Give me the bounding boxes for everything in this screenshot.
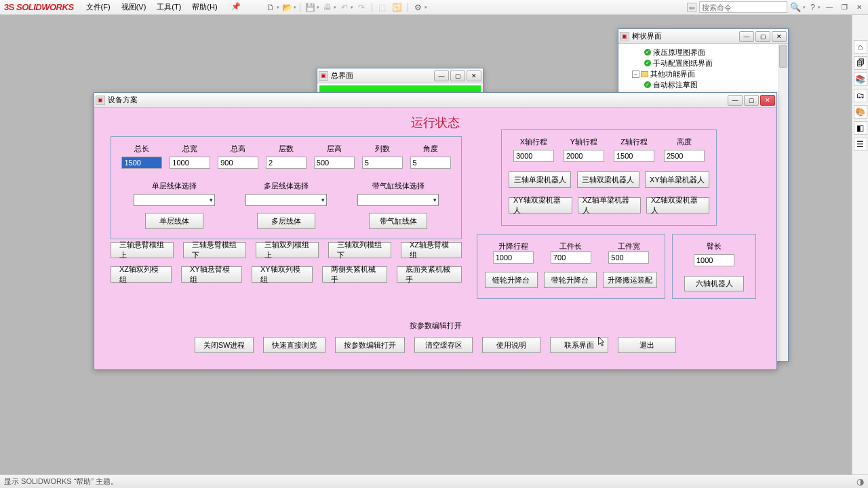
btn-single-line[interactable]: 单层线体	[145, 213, 203, 229]
print-icon[interactable]: 🖶	[321, 1, 334, 14]
btn-exit[interactable]: 退出	[618, 337, 676, 353]
btn-rob-2[interactable]: 三轴双梁机器人	[577, 171, 639, 188]
input-y[interactable]	[564, 150, 604, 162]
select-icon[interactable]: ⬚	[376, 1, 389, 14]
rebuild-icon[interactable]: 🔁	[391, 1, 404, 14]
zjm-max-button[interactable]: ▢	[450, 70, 465, 81]
input-width[interactable]	[170, 157, 210, 169]
btn-rob-3[interactable]: XY轴单梁机器人	[645, 171, 709, 188]
btn-quick-browse[interactable]: 快速直接浏览	[263, 337, 326, 353]
menu-tools[interactable]: 工具(T)	[151, 0, 186, 14]
btn-rob-5[interactable]: XZ轴单梁机器人	[578, 197, 641, 214]
input-length[interactable]	[121, 157, 162, 169]
btn-lift-1[interactable]: 链轮升降台	[485, 272, 538, 288]
dlg-body: 运行状态 总长 总宽 总高 层数 层高 列数 角度 单层线体选择单层线体 多层线…	[94, 108, 776, 369]
zjm-close-button[interactable]: ✕	[467, 70, 481, 81]
pin-icon[interactable]: 📌	[226, 0, 246, 14]
zjm-min-button[interactable]: —	[434, 70, 449, 81]
btn-mod-9[interactable]: 两侧夹紧机械手	[322, 266, 387, 283]
btn-manual[interactable]: 使用说明	[482, 337, 540, 353]
tree-item[interactable]: ✓液压原理图界面	[620, 47, 787, 58]
app-close-icon[interactable]: ✕	[853, 2, 865, 13]
lbl-length: 总长	[134, 144, 149, 154]
help-icon[interactable]: ?	[808, 3, 817, 12]
input-angle[interactable]	[410, 157, 451, 169]
redo-icon[interactable]: ↷	[355, 1, 368, 14]
check-icon: ✓	[644, 49, 651, 56]
dlg-titlebar[interactable]: ▣ 设备方案 — ▢ ✕	[94, 93, 776, 108]
btn-rob-6[interactable]: XZ轴双梁机器人	[646, 197, 709, 214]
input-arm[interactable]	[694, 254, 734, 266]
app-restore-icon[interactable]: ❐	[838, 2, 850, 13]
tree-scrollbar[interactable]	[778, 44, 788, 361]
btn-clear-cache[interactable]: 清空缓存区	[414, 337, 473, 353]
btn-lift-3[interactable]: 升降搬运装配	[603, 272, 657, 288]
dlg-min-button[interactable]: —	[728, 95, 743, 106]
tree-max-button[interactable]: ▢	[755, 31, 770, 42]
input-z[interactable]	[614, 150, 654, 162]
tree-min-button[interactable]: —	[739, 31, 754, 42]
scroll-thumb[interactable]	[779, 45, 787, 68]
btn-cyl-line[interactable]: 带气缸线体	[369, 213, 427, 229]
btn-mod-4[interactable]: 三轴双列模组下	[328, 242, 391, 258]
tree-close-button[interactable]: ✕	[772, 31, 787, 42]
input-cols[interactable]	[362, 157, 403, 169]
view-palette-icon[interactable]: 🎨	[854, 105, 867, 119]
btn-rob-1[interactable]: 三轴单梁机器人	[509, 171, 571, 188]
custom-props-icon[interactable]: ☰	[854, 138, 867, 151]
input-piecel[interactable]	[551, 251, 591, 264]
file-explorer-icon[interactable]: 🗂	[854, 89, 867, 102]
btn-mod-6[interactable]: XZ轴双列模组	[111, 266, 172, 283]
combo-multi[interactable]	[245, 194, 327, 206]
btn-multi-line[interactable]: 多层线体	[257, 213, 315, 229]
lbl-layers: 层数	[279, 144, 294, 154]
btn-mod-5[interactable]: XZ轴悬臂模组	[401, 242, 462, 258]
search-type-icon[interactable]: ▭	[687, 3, 696, 12]
design-library-icon[interactable]: 📚	[854, 73, 867, 86]
btn-mod-10[interactable]: 底面夹紧机械手	[397, 266, 462, 283]
app-minimize-icon[interactable]: —	[823, 2, 835, 13]
menu-file[interactable]: 文件(F)	[81, 0, 116, 14]
btn-close-sw[interactable]: 关闭SW进程	[195, 337, 254, 353]
appearances-icon[interactable]: ◧	[854, 121, 867, 135]
resource-icon[interactable]: 🗐	[854, 56, 867, 70]
input-lift[interactable]	[493, 251, 534, 264]
tree-item[interactable]: ✓自动标注草图	[620, 79, 787, 90]
btn-lift-2[interactable]: 带轮升降台	[544, 272, 597, 288]
home-icon[interactable]: ⌂	[854, 40, 867, 54]
dlg-close-button[interactable]: ✕	[760, 95, 775, 106]
btn-mod-3[interactable]: 三轴双列模组上	[256, 242, 319, 258]
dlg-max-button[interactable]: ▢	[744, 95, 759, 106]
input-height[interactable]	[218, 157, 258, 169]
btn-rob-4[interactable]: XY轴双梁机器人	[509, 197, 572, 214]
axes-group: X轴行程 Y轴行程 Z轴行程 高度 三轴单梁机器人 三轴双梁机器人 XY轴单梁机…	[501, 129, 717, 226]
btn-mod-8[interactable]: XY轴双列模组	[252, 266, 313, 283]
zjm-titlebar[interactable]: ▣ 总界面 — ▢ ✕	[317, 68, 483, 83]
btn-mod-7[interactable]: XY轴悬臂模组	[181, 266, 242, 283]
btn-contact[interactable]: 联系界面	[550, 337, 608, 353]
input-layerh[interactable]	[314, 157, 355, 169]
open-icon[interactable]: 📂	[281, 1, 294, 14]
input-layers[interactable]	[266, 157, 307, 169]
btn-mod-2[interactable]: 三轴悬臂模组下	[183, 242, 246, 258]
combo-single[interactable]	[134, 194, 215, 206]
menu-view[interactable]: 视图(V)	[116, 0, 152, 14]
input-h[interactable]	[664, 150, 705, 162]
btn-mod-1[interactable]: 三轴悬臂模组上	[111, 242, 174, 258]
btn-six-axis[interactable]: 六轴机器人	[684, 276, 744, 291]
search-input[interactable]	[699, 1, 787, 13]
btn-param-edit[interactable]: 按参数编辑打开	[335, 337, 405, 353]
menu-help[interactable]: 帮助(H)	[186, 0, 222, 14]
new-icon[interactable]: 🗋	[264, 1, 277, 14]
tree-item[interactable]: –其他功能界面	[620, 68, 787, 79]
search-icon[interactable]: 🔍	[790, 2, 802, 12]
combo-cyl[interactable]	[357, 194, 439, 206]
tree-titlebar[interactable]: ▣ 树状界面 — ▢ ✕	[618, 29, 788, 44]
undo-icon[interactable]: ↶	[338, 1, 351, 14]
input-piecew[interactable]	[608, 251, 649, 264]
input-x[interactable]	[513, 150, 554, 162]
options-icon[interactable]: ⚙	[412, 1, 425, 14]
collapse-icon[interactable]: –	[632, 70, 639, 78]
save-icon[interactable]: 💾	[304, 1, 317, 14]
tree-item[interactable]: ✓手动配置图纸界面	[620, 58, 787, 68]
